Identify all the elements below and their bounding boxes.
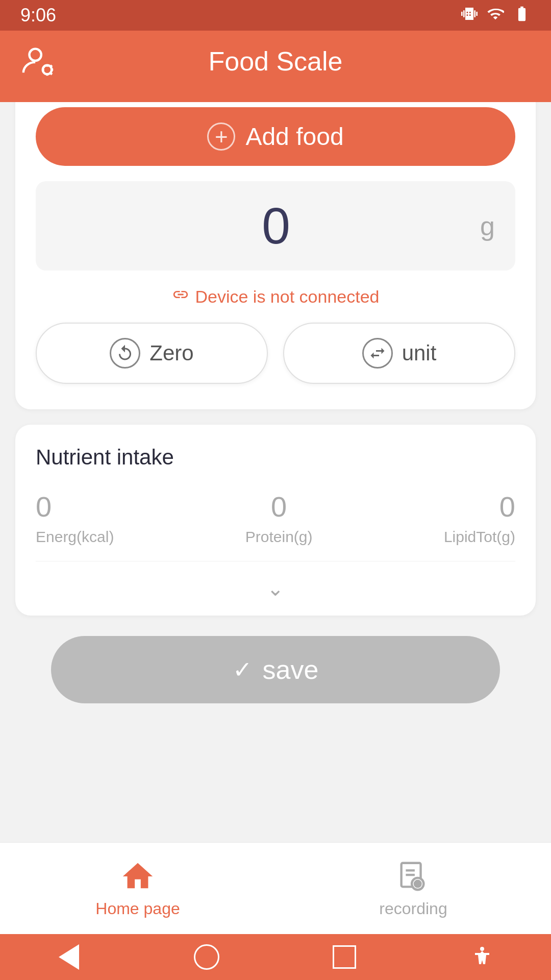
main-content: + Add food 0 g Device is not connected <box>0 102 551 842</box>
nav-item-home[interactable]: Home page <box>0 843 276 934</box>
home-icon <box>120 859 156 894</box>
protein-item: 0 Protein(g) <box>245 490 313 546</box>
expand-nutrients-button[interactable]: ⌄ <box>36 561 515 616</box>
nutrient-intake-card: Nutrient intake 0 Energ(kcal) 0 Protein(… <box>15 425 536 616</box>
lipid-item: 0 LipidTot(g) <box>444 490 515 546</box>
plus-circle-icon: + <box>207 122 235 151</box>
control-buttons: Zero unit <box>36 323 515 384</box>
nutrient-title: Nutrient intake <box>36 445 515 470</box>
android-nav-bar <box>0 934 551 980</box>
energy-label: Energ(kcal) <box>36 528 114 546</box>
android-back-button[interactable] <box>54 942 84 972</box>
unit-button[interactable]: unit <box>283 323 515 384</box>
status-bar: 9:06 <box>0 0 551 31</box>
recording-icon <box>395 859 431 894</box>
save-button[interactable]: ✓ save <box>51 636 500 703</box>
lipid-label: LipidTot(g) <box>444 528 515 546</box>
protein-label: Protein(g) <box>245 528 313 546</box>
protein-value: 0 <box>271 490 287 523</box>
nav-item-recording[interactable]: recording <box>276 843 551 934</box>
status-time: 9:06 <box>20 5 56 26</box>
zero-label: Zero <box>149 341 193 365</box>
wifi-icon <box>487 5 504 26</box>
android-accessibility-button[interactable] <box>467 942 497 972</box>
save-label: save <box>263 654 319 685</box>
svg-point-6 <box>480 947 484 951</box>
unit-switch-icon <box>362 338 393 369</box>
food-scale-card: + Add food 0 g Device is not connected <box>15 102 536 409</box>
battery-icon <box>513 5 531 26</box>
zero-button[interactable]: Zero <box>36 323 268 384</box>
status-icons <box>461 5 531 26</box>
link-icon <box>172 286 189 307</box>
svg-point-0 <box>30 49 41 61</box>
chevron-down-icon: ⌄ <box>267 577 284 600</box>
energy-value: 0 <box>36 490 114 523</box>
device-status: Device is not connected <box>172 286 380 307</box>
lipid-value: 0 <box>499 490 515 523</box>
android-recents-button[interactable] <box>329 942 360 972</box>
weight-display: 0 g <box>36 181 515 271</box>
unit-label: unit <box>402 341 437 365</box>
bottom-nav: Home page recording <box>0 842 551 934</box>
add-food-label: Add food <box>245 122 343 151</box>
add-food-button[interactable]: + Add food <box>36 107 515 166</box>
reset-icon <box>110 338 140 369</box>
checkmark-icon: ✓ <box>233 656 253 683</box>
weight-unit: g <box>480 211 495 241</box>
app-header: Food Scale <box>0 31 551 102</box>
device-status-text: Device is not connected <box>195 287 380 307</box>
android-home-button[interactable] <box>191 942 222 972</box>
weight-value: 0 <box>262 197 289 255</box>
recording-nav-label: recording <box>379 899 447 918</box>
vibrate-icon <box>461 6 478 26</box>
energy-item: 0 Energ(kcal) <box>36 490 114 546</box>
user-settings-button[interactable] <box>20 43 56 81</box>
home-nav-label: Home page <box>95 899 180 918</box>
nutrient-values-row: 0 Energ(kcal) 0 Protein(g) 0 LipidTot(g) <box>36 490 515 561</box>
page-title: Food Scale <box>208 46 342 77</box>
